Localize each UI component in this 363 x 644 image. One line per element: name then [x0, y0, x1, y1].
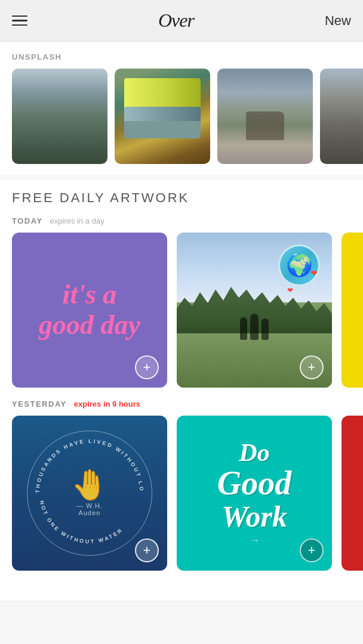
menu-button[interactable]: [12, 16, 27, 26]
svg-text:THOUSANDS HAVE LIVED WITHOUT L: THOUSANDS HAVE LIVED WITHOUT LOVE: [27, 431, 144, 493]
red-partial-card[interactable]: C To: [342, 416, 363, 571]
good-text: Good: [217, 466, 291, 501]
unsplash-section: UNSPLASH: [0, 42, 363, 175]
yesterday-artwork-scroll[interactable]: THOUSANDS HAVE LIVED WITHOUT LOVE NOT ON…: [0, 416, 363, 583]
nature-globe-card[interactable]: 🌍 ❤ ❤ +: [177, 233, 332, 388]
hand-water-card[interactable]: THOUSANDS HAVE LIVED WITHOUT LOVE NOT ON…: [12, 416, 167, 571]
unsplash-image-4[interactable]: [320, 69, 363, 164]
unsplash-scroll[interactable]: [0, 69, 363, 175]
heart-accent-2: ❤: [287, 286, 293, 295]
do-good-work-card[interactable]: Do Good Work → +: [177, 416, 332, 571]
work-text: Work: [217, 501, 291, 532]
do-good-work-add-button[interactable]: +: [300, 538, 324, 562]
new-button[interactable]: New: [325, 13, 351, 29]
free-daily-artwork-section: FREE DAILY ARTWORK TODAY expires in a da…: [0, 179, 363, 583]
good-day-line2: good day: [39, 310, 140, 340]
yellow-partial-card[interactable]: R O: [342, 233, 363, 388]
arrow-decoration: →: [217, 534, 291, 547]
circular-text-svg: THOUSANDS HAVE LIVED WITHOUT LOVE NOT ON…: [27, 431, 152, 556]
artwork-section-title: FREE DAILY ARTWORK: [0, 190, 363, 216]
today-expires: expires in a day: [50, 216, 104, 225]
today-artwork-scroll[interactable]: it's a good day + 🌍: [0, 233, 363, 400]
heart-accent-1: ❤: [310, 268, 318, 278]
globe-face: 🌍: [286, 255, 313, 276]
yesterday-label: YESTERDAY: [12, 400, 67, 408]
today-row: TODAY expires in a day: [0, 216, 363, 233]
svg-text:NOT ONE WITHOUT WATER: NOT ONE WITHOUT WATER: [39, 500, 124, 544]
app-header: Over New: [0, 0, 363, 42]
globe-sticker: 🌍: [278, 244, 320, 286]
today-label: TODAY: [12, 216, 43, 225]
yesterday-row: YESTERDAY expires in 9 hours: [0, 400, 363, 416]
nature-globe-add-button[interactable]: +: [300, 355, 324, 379]
bottom-spacer: [0, 583, 363, 600]
do-text: Do: [217, 439, 291, 466]
good-day-add-button[interactable]: +: [135, 355, 159, 379]
hand-water-add-button[interactable]: +: [135, 538, 159, 562]
good-day-card[interactable]: it's a good day +: [12, 233, 167, 388]
app-title: Over: [158, 10, 194, 32]
yesterday-expires: expires in 9 hours: [74, 400, 140, 408]
unsplash-image-1[interactable]: [12, 69, 107, 164]
unsplash-image-2[interactable]: [115, 69, 210, 164]
unsplash-image-3[interactable]: [217, 69, 313, 164]
unsplash-title: UNSPLASH: [0, 52, 363, 69]
good-day-line1: it's a: [39, 280, 140, 310]
